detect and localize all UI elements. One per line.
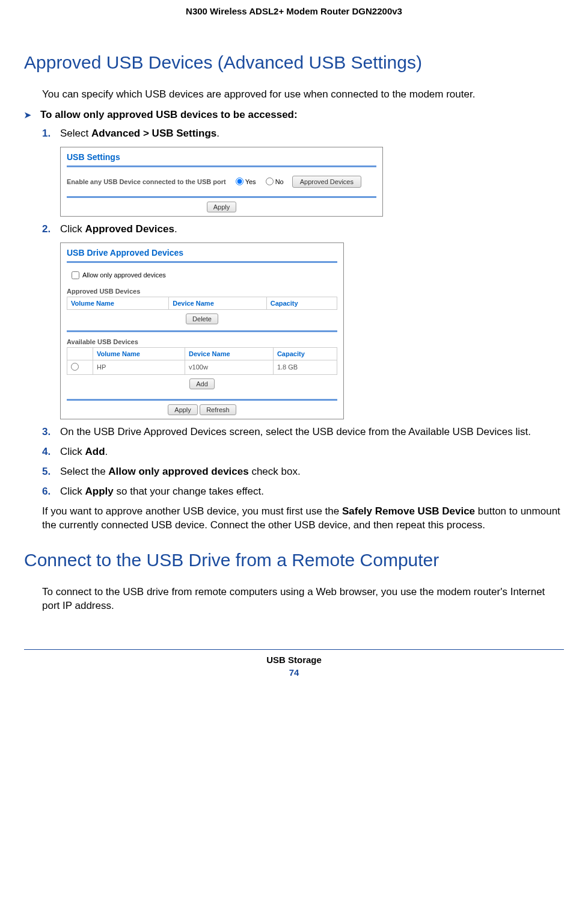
step-5: 5. Select the Allow only approved device… <box>42 465 564 479</box>
footer-page-number: 74 <box>24 667 564 678</box>
section2-intro: To connect to the USB drive from remote … <box>42 585 564 613</box>
step-4: 4. Click Add. <box>42 445 564 459</box>
intro-paragraph: You can specify which USB devices are ap… <box>42 88 564 102</box>
col-device: Device Name <box>169 297 266 309</box>
step-text: Click Add. <box>60 445 564 459</box>
col-capacity: Capacity <box>266 297 337 309</box>
available-devices-heading: Available USB Devices <box>67 335 337 347</box>
step-number: 6. <box>42 485 60 499</box>
approved-devices-heading: Approved USB Devices <box>67 284 337 297</box>
row-select-radio[interactable] <box>71 363 79 371</box>
table-row: HP v100w 1.8 GB <box>67 360 337 374</box>
allow-only-approved-checkbox[interactable] <box>72 271 79 279</box>
step-3: 3. On the USB Drive Approved Devices scr… <box>42 425 564 439</box>
note-paragraph: If you want to approve another USB devic… <box>42 505 564 532</box>
step-number: 4. <box>42 445 60 459</box>
document-header: N300 Wireless ADSL2+ Modem Router DGN220… <box>24 6 564 16</box>
enable-usb-label: Enable any USB Device connected to the U… <box>67 178 226 185</box>
available-devices-table: Volume Name Device Name Capacity HP v100… <box>67 347 337 375</box>
step-text: On the USB Drive Approved Devices screen… <box>60 425 564 439</box>
step-number: 2. <box>42 223 60 236</box>
task-text: To allow only approved USB devices to be… <box>40 109 298 121</box>
approved-devices-table: Volume Name Device Name Capacity <box>67 297 337 310</box>
cell-capacity: 1.8 GB <box>273 360 337 374</box>
step-text: Select the Allow only approved devices c… <box>60 465 564 479</box>
footer: USB Storage 74 <box>24 649 564 678</box>
step-1: 1. Select Advanced > USB Settings. <box>42 127 564 141</box>
radio-yes-label: Yes <box>245 178 256 185</box>
delete-button[interactable]: Delete <box>186 313 218 324</box>
apply-button[interactable]: Apply <box>207 202 237 212</box>
add-button[interactable]: Add <box>189 378 215 389</box>
step-2: 2. Click Approved Devices. <box>42 223 564 236</box>
section-heading-approved-usb: Approved USB Devices (Advanced USB Setti… <box>24 52 564 73</box>
step-text: Click Approved Devices. <box>60 223 564 236</box>
cell-device: v100w <box>185 360 274 374</box>
step-number: 1. <box>42 127 60 141</box>
cell-volume: HP <box>93 360 185 374</box>
col-capacity: Capacity <box>273 347 337 360</box>
screenshot-approved-devices: USB Drive Approved Devices Allow only ap… <box>60 242 344 419</box>
screenshot-usb-settings: USB Settings Enable any USB Device conne… <box>60 147 383 217</box>
approved-devices-button[interactable]: Approved Devices <box>292 176 361 188</box>
step-text: Click Apply so that your change takes ef… <box>60 485 564 499</box>
ss-title: USB Settings <box>61 147 382 165</box>
step-6: 6. Click Apply so that your change takes… <box>42 485 564 499</box>
divider <box>67 330 337 332</box>
step-number: 5. <box>42 465 60 479</box>
radio-no-label: No <box>275 178 284 185</box>
apply-button[interactable]: Apply <box>168 404 198 415</box>
radio-no[interactable] <box>266 177 274 185</box>
col-volume: Volume Name <box>93 347 185 360</box>
section-heading-connect-remote: Connect to the USB Drive from a Remote C… <box>24 550 564 570</box>
task-arrow-icon: ➤ <box>24 110 31 120</box>
checkbox-label: Allow only approved devices <box>82 271 166 279</box>
step-text: Select Advanced > USB Settings. <box>60 127 564 141</box>
col-device: Device Name <box>185 347 274 360</box>
col-volume: Volume Name <box>67 297 169 309</box>
task-heading: ➤ To allow only approved USB devices to … <box>24 109 564 121</box>
step-number: 3. <box>42 425 60 439</box>
footer-section-name: USB Storage <box>24 655 564 665</box>
ss-title: USB Drive Approved Devices <box>61 243 343 261</box>
radio-yes[interactable] <box>236 177 243 185</box>
col-select <box>67 347 93 360</box>
refresh-button[interactable]: Refresh <box>200 404 236 415</box>
